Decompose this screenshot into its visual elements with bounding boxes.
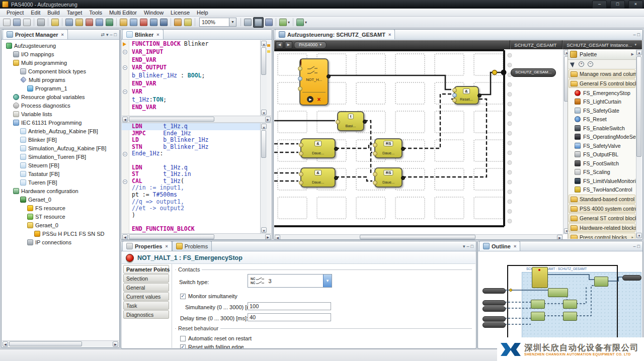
code-line[interactable]: STN b_Blinker_1Hz [122,144,271,151]
code-line[interactable]: LD b_Blinker_1Hz [122,137,271,144]
zoom-dropdown-icon[interactable]: ▼ [229,18,236,26]
tree-item[interactable]: Aufzugsteuerung [2,41,119,50]
tree-item[interactable]: Programm_1 [2,84,119,93]
palette-group-collapsed[interactable]: General ST control blocks▸ [569,214,635,223]
code-line[interactable]: b_Blinker_1Hz : BOOL; [122,72,271,80]
tree-item[interactable]: Resource global variables [2,93,119,101]
zoom-in-icon[interactable]: + [579,61,584,67]
palette-vscrollbar[interactable]: ▲ ▼ [636,49,642,239]
highlight-icon[interactable] [183,18,193,27]
palette-group-collapsed[interactable]: PSS 4000 system control blo...▸ [569,204,635,213]
dropdown-arrow-icon[interactable]: ▼ [323,275,332,287]
tree-item[interactable]: Hardware configuration [2,187,119,195]
view-menu-icon[interactable]: ▾ [106,33,109,37]
code-line[interactable]: //in := input1, [122,185,271,192]
tree-item[interactable]: Simulation_Aufzug_Kabine [FB] [2,144,119,152]
code-line[interactable]: ) [122,212,271,219]
new-icon[interactable] [2,18,12,27]
palette-item[interactable]: FS_TwoHandControl [568,186,636,195]
input-port[interactable] [452,98,457,103]
fold-toggle-icon[interactable]: − [123,179,127,184]
code-line[interactable]: Ende_1Hz:− [122,150,271,157]
tree-item[interactable]: IEC 61131 Programming [2,118,119,127]
tree-item[interactable]: ST resource [2,212,119,221]
code-line[interactable]: JMPC Ende_1Hz [122,130,271,137]
tree-item[interactable]: Tastatur [FB] [2,169,119,178]
block-and-2[interactable]: &Daue... [300,167,336,188]
properties-nav-diagnostics[interactable]: Diagnostics [123,310,169,319]
tab-project-manager[interactable]: Project Manager× [3,29,68,39]
input-port[interactable] [452,93,457,98]
fold-toggle-icon[interactable]: − [123,50,127,54]
palette-item[interactable]: FS_EmergencyStop [568,88,636,98]
menu-item-target[interactable]: Target [63,9,86,16]
menu-item-project[interactable]: Project [3,9,27,16]
palette-item[interactable]: FS_LightCurtain [568,98,636,107]
tab-close-icon[interactable]: × [388,32,391,37]
menu-item-multi-editor[interactable]: Multi Editor [106,9,140,16]
tree-item[interactable]: Blinker [FB] [2,135,119,144]
menu-item-edit[interactable]: Edit [27,9,44,16]
tree-item[interactable]: I/O mappings [2,50,119,58]
properties-nav-task[interactable]: Task [123,301,169,310]
menu-item-build[interactable]: Build [44,9,63,16]
tree-item[interactable]: Component block types [2,67,119,75]
tree-item[interactable]: FS resource [2,204,119,212]
code-line[interactable]: VAR_INPUT− [122,48,271,56]
breadcrumb[interactable]: PAS4000▾ [294,41,327,49]
block-rs-1[interactable]: RSDaue... [374,138,403,158]
code-vscrollbar[interactable]: ▲▼ [260,123,267,233]
checkbox-icon[interactable]: ✓ [180,294,186,299]
audio-icon[interactable] [85,18,94,27]
palette-group-collapsed[interactable]: Hardware-related blocks▸ [569,223,635,232]
menu-item-tools[interactable]: Tools [86,9,106,16]
tree-item[interactable]: Variable lists [2,110,119,118]
tab-problems[interactable]: Problems [172,241,212,251]
input-port[interactable] [336,120,340,124]
block-reset-and[interactable]: &Reset... [454,86,479,105]
palette-group-collapsed[interactable]: Standard-based control blo...▸ [569,195,635,204]
film-icon[interactable] [264,18,274,27]
close-button[interactable]: × [628,1,643,9]
maximize-view-icon[interactable]: □ [471,244,473,249]
palette-item[interactable]: FS_SafetyValve [568,141,636,150]
code-declaration-hscrollbar[interactable]: ◀ ▶ [122,116,271,122]
block-basis-timer[interactable]: tBasi... [337,111,364,131]
menu-item-window[interactable]: Window [140,9,167,16]
reset-falling-edge-checkbox[interactable]: ✓Reset with falling edge [180,344,244,349]
tab-blinker-editor[interactable]: Blinker× [122,29,164,39]
palette-item[interactable]: FS_Scaling [568,168,636,177]
export-icon[interactable] [64,18,74,27]
output-connector-label[interactable]: SCHUTZ_GESAM... [511,68,556,77]
view-menu-icon[interactable]: ▾ [463,244,465,249]
minimize-view-icon[interactable]: – [633,244,636,249]
graph-canvas[interactable]: NOT_H...▶×tBasi...&Daue...&Daue...RSDaue… [274,49,563,234]
table-icon[interactable] [95,18,104,27]
fold-toggle-icon[interactable]: − [123,65,127,70]
code-declaration-pane[interactable]: FUNCTION_BLOCK BlinkerVAR_INPUT−END_VARV… [122,40,271,116]
palette-item[interactable]: FS_Reset [568,115,636,124]
print-icon[interactable] [36,18,46,27]
code-line[interactable]: FUNCTION_BLOCK Blinker [122,40,271,48]
link-editor-icon[interactable]: ⇄ [101,33,105,37]
tree-item[interactable]: Simulation_Tueren [FB] [2,152,119,161]
block-and-1[interactable]: &Daue... [300,138,336,158]
filter-icon-dropdown[interactable]: ▾ [288,20,290,25]
hierarchy-icon[interactable] [295,18,305,27]
palette-item[interactable]: FS_LimitValueMonitoring [568,176,636,186]
code-line[interactable]: END_FUNCTION_BLOCK [122,226,271,233]
tree-item[interactable]: Geraet_0 [2,195,119,204]
properties-nav-current-values[interactable]: Current values [123,292,169,301]
tab-outline[interactable]: Outline× [479,241,520,251]
block-not-halt[interactable]: NOT_H...▶× [299,58,329,106]
tree-item[interactable]: PSSu H PLC1 FS SN SD [2,229,119,238]
fold-toggle-icon[interactable]: − [123,89,127,94]
tab-close-icon[interactable]: × [165,244,168,249]
output-port[interactable] [334,147,338,151]
warning-icon[interactable] [173,18,183,27]
maximize-button[interactable]: □ [610,1,625,9]
input-port[interactable] [298,76,302,81]
forward-arrow-icon[interactable]: ▶ [285,41,292,49]
tab-graph-editor[interactable]: Aufzugsteuerung: SCHUTZ_GESAMT× [275,29,395,39]
input-port[interactable] [299,143,303,147]
